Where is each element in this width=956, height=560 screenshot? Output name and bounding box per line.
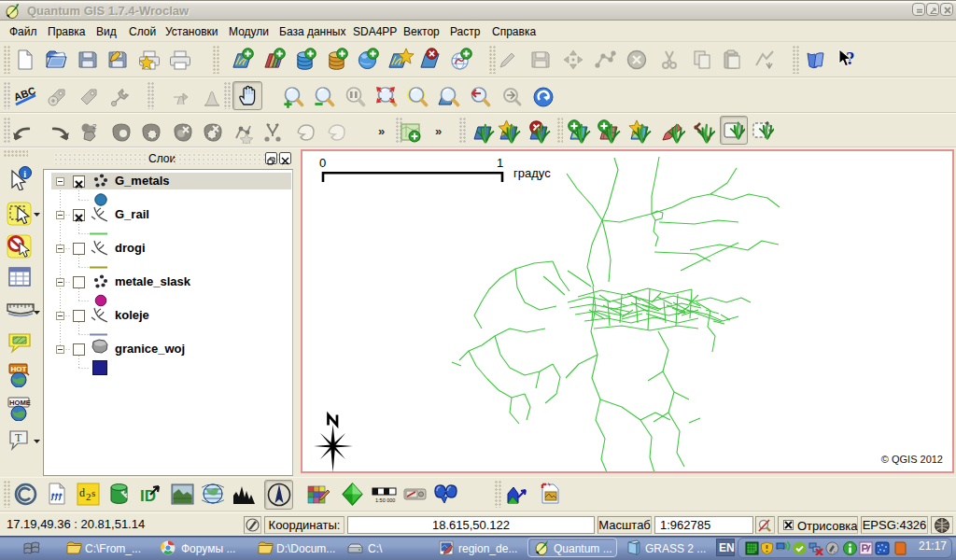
svg-text:2: 2 xyxy=(86,491,91,502)
svg-text:ID: ID xyxy=(140,487,156,505)
svg-text:2: 2 xyxy=(92,122,97,131)
svg-text:T: T xyxy=(15,431,22,444)
svg-text:i: i xyxy=(23,169,26,179)
svg-text:s: s xyxy=(91,487,95,498)
svg-text:1:50 000: 1:50 000 xyxy=(375,497,395,503)
svg-text:d: d xyxy=(79,486,85,499)
